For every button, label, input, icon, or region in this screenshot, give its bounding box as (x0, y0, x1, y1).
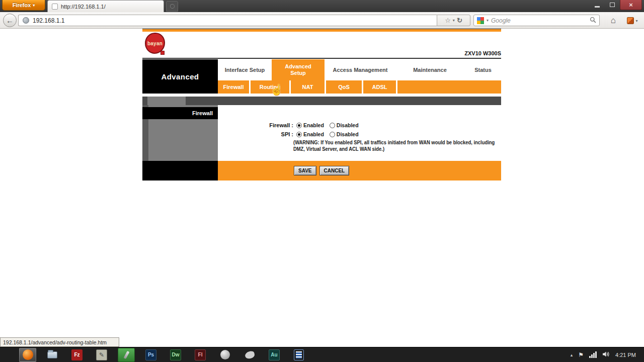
save-button[interactable]: SAVE (294, 166, 316, 175)
search-icon[interactable] (590, 16, 596, 25)
bookmark-star-icon[interactable]: ☆ (445, 17, 451, 24)
pen-icon: ✎ (96, 349, 107, 360)
bayan-logo-tail (160, 51, 165, 55)
tab-access-management[interactable]: Access Management (325, 59, 396, 80)
home-icon: ⌂ (611, 16, 616, 26)
sidebar-item-firewall[interactable]: Firewall (142, 107, 218, 119)
bookmarks-panel-button[interactable]: ▾ (624, 16, 641, 26)
section-title-text: Advanced (162, 72, 199, 81)
filezilla-icon-label: Fz (74, 352, 79, 357)
new-tab-button[interactable] (166, 1, 178, 12)
main-tabs: Interface Setup Advanced Setup Access Ma… (218, 59, 502, 80)
taskbar-editor[interactable]: ✎ (93, 348, 110, 362)
taskbar-sphere-app[interactable] (216, 348, 233, 362)
back-button[interactable]: ← (3, 14, 17, 27)
subtab-adsl[interactable]: ADSL (363, 80, 397, 94)
tab-label: Maintenance (403, 67, 457, 73)
tab-status[interactable]: Status (464, 59, 502, 80)
dove-icon (244, 350, 255, 359)
spi-disabled-label: Disabled (337, 131, 359, 137)
header-divider (142, 58, 501, 59)
close-icon: × (629, 1, 633, 9)
subtab-firewall[interactable]: Firewall (218, 80, 251, 94)
taskbar-apps: Fz ✎ Ps Dw Fl Au (0, 348, 307, 362)
close-button[interactable]: × (620, 0, 642, 10)
minimize-button[interactable] (590, 0, 605, 10)
system-tray: ▴ ⚑ 4:21 PM (571, 350, 644, 359)
chevron-down-icon: ▾ (33, 3, 35, 8)
sphere-icon (220, 350, 230, 359)
taskbar-dreamweaver[interactable]: Dw (167, 348, 184, 362)
home-button[interactable]: ⌂ (607, 15, 620, 26)
flash-icon: Fl (195, 349, 206, 360)
search-box[interactable]: ▾ Google (473, 15, 600, 26)
taskbar-clock[interactable]: 4:21 PM (615, 352, 636, 358)
panel-icon (627, 17, 634, 24)
subtab-label: ADSL (372, 84, 387, 90)
browser-tab[interactable]: http://192.168.1.1/ (47, 0, 164, 12)
browser-toolbar: ← 192.168.1.1 ☆ ▾ ↻ ▾ Google ⌂ ▾ (0, 12, 644, 29)
taskbar-flash[interactable]: Fl (192, 348, 209, 362)
firewall-setting-row: Firewall : Enabled Disabled (218, 122, 500, 129)
firewall-disabled-label: Disabled (337, 122, 359, 128)
maximize-button[interactable] (605, 0, 620, 10)
taskbar-explorer[interactable] (44, 348, 61, 362)
cancel-button[interactable]: CANCEL (319, 166, 350, 175)
filezilla-icon: Fz (71, 349, 83, 360)
volume-icon[interactable] (602, 350, 610, 359)
bayan-logo-text: bayan (147, 41, 163, 46)
pen-icon-glyph: ✎ (99, 351, 104, 358)
firefox-menu-label: Firefox (13, 2, 31, 8)
spi-row-label: SPI : (218, 131, 293, 137)
taskbar-photoshop[interactable]: Ps (142, 348, 159, 362)
history-dropdown-icon[interactable]: ▾ (453, 18, 455, 23)
taskbar-recorder[interactable] (118, 348, 135, 362)
notes-icon (294, 349, 304, 360)
taskbar-messenger[interactable] (241, 348, 258, 362)
dreamweaver-icon: Dw (170, 349, 181, 360)
firefox-menu-button[interactable]: Firefox ▾ (2, 0, 45, 11)
flash-icon-label: Fl (198, 352, 203, 357)
subtab-qos[interactable]: QoS (326, 80, 363, 94)
tab-advanced-setup[interactable]: Advanced Setup (272, 59, 325, 80)
minimize-icon (595, 6, 600, 8)
network-icon[interactable] (589, 351, 597, 358)
taskbar-notes[interactable] (290, 348, 307, 362)
taskbar-audition[interactable]: Au (266, 348, 283, 362)
taskbar-filezilla[interactable]: Fz (68, 348, 86, 362)
bottom-sidebar-block (142, 161, 218, 180)
warning-line-1: (WARNING: If You enabled SPI, all traffi… (293, 139, 492, 146)
address-bar[interactable]: 192.168.1.1 (18, 15, 437, 26)
tab-title: http://192.168.1.1/ (61, 4, 106, 10)
subtab-nat[interactable]: NAT (291, 80, 326, 94)
audition-icon-label: Au (271, 352, 277, 357)
firewall-disabled-radio[interactable] (330, 123, 335, 128)
search-engine-dropdown-icon[interactable]: ▾ (487, 18, 489, 23)
action-center-icon[interactable]: ⚑ (578, 351, 584, 358)
search-placeholder: Google (491, 17, 587, 24)
button-bar: SAVE CANCEL (218, 161, 501, 180)
tab-maintenance[interactable]: Maintenance (396, 59, 464, 80)
tab-label: Status (468, 67, 499, 73)
taskbar: Fz ✎ Ps Dw Fl Au ▴ ⚑ 4:21 PM (0, 347, 644, 362)
warning-line-2: DMZ, Virtual Server, and ACL WAN side.) (293, 146, 492, 152)
firewall-enabled-radio[interactable] (296, 123, 302, 128)
page-favicon-icon (52, 4, 58, 10)
back-icon: ← (6, 16, 14, 25)
google-logo-icon (477, 17, 484, 24)
dreamweaver-icon-label: Dw (172, 352, 180, 357)
tab-label: Access Management (332, 67, 389, 73)
page-top-bar (142, 29, 501, 32)
hand-cursor: ☝ (270, 84, 283, 96)
reload-icon[interactable]: ↻ (457, 17, 462, 24)
tab-interface-setup[interactable]: Interface Setup (218, 59, 272, 80)
spi-disabled-radio[interactable] (330, 132, 335, 137)
torch-icon (123, 350, 129, 358)
tray-expand-icon[interactable]: ▴ (571, 352, 573, 357)
subtab-label: Firewall (223, 84, 244, 90)
spi-enabled-radio[interactable] (296, 132, 302, 137)
hand-cursor-icon: ☝ (270, 84, 283, 96)
content-header-bar (142, 97, 501, 105)
taskbar-firefox[interactable] (19, 348, 36, 362)
chevron-down-icon: ▾ (635, 19, 637, 23)
